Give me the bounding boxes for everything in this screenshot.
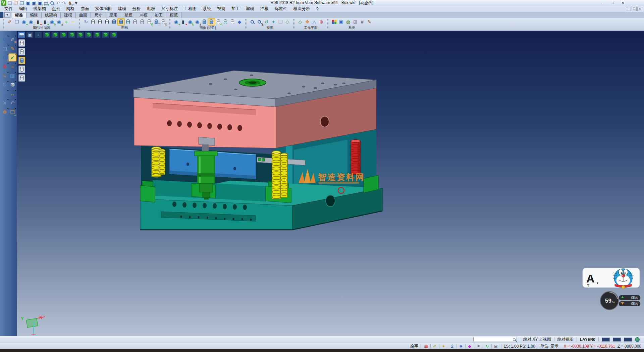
previous-view[interactable]: ↺ [263, 18, 270, 25]
hidden-dashed-mode[interactable] [104, 18, 110, 25]
tab-1[interactable]: 编辑 [26, 12, 42, 18]
view-top[interactable] [51, 32, 59, 38]
view-bottom[interactable] [93, 32, 101, 38]
grid-windows[interactable]: ▦ [9, 72, 16, 79]
context-help[interactable]: ? [1, 90, 8, 97]
status-sketcher[interactable]: ✐ [432, 343, 438, 349]
strip-hidden-line[interactable] [18, 48, 25, 55]
transparent-mode[interactable] [125, 18, 131, 25]
overlay-card[interactable]: A ▾ T [583, 268, 640, 289]
status-grid-snap[interactable]: ⊞ [493, 343, 499, 349]
adv-refresh[interactable]: ◉↻ [187, 18, 194, 25]
print-preview[interactable] [49, 0, 55, 6]
copy-attributes[interactable]: ❐ [13, 18, 20, 25]
regen-graphics[interactable]: ↻ [83, 18, 89, 25]
show-entities[interactable]: ◉+ [20, 18, 27, 25]
zoom-solid[interactable]: ± [1, 54, 8, 61]
zoom-window[interactable] [249, 18, 256, 25]
menu-item-4[interactable]: 网格 [63, 6, 78, 12]
save-as[interactable]: ▣✎ [31, 0, 37, 6]
tab-dropdown-button[interactable]: ▼ [4, 12, 10, 17]
units-label[interactable]: 单位: 毫米 [540, 343, 559, 349]
print[interactable]: ▤+ [43, 0, 49, 6]
workplane-normal[interactable]: ⊕ [318, 18, 325, 25]
strip-wireframe[interactable] [18, 39, 25, 47]
system-keypad[interactable]: # [359, 18, 366, 25]
delete-sketch[interactable]: ✐✕ [9, 36, 16, 43]
menu-item-16[interactable]: 冲模 [257, 6, 272, 12]
menu-item-7[interactable]: 建模 [115, 6, 129, 12]
system-sketch[interactable]: ✎ [366, 18, 373, 25]
tab-5[interactable]: 尺寸 [91, 12, 106, 18]
toolbar-handle-0[interactable] [3, 19, 4, 29]
guide-pillar-red[interactable] [351, 140, 360, 175]
menu-item-17[interactable]: 标准件 [272, 6, 290, 12]
undo[interactable]: ↶ [55, 0, 61, 6]
open-file[interactable]: ❒ [13, 0, 18, 6]
tab-4[interactable]: 曲面 [75, 12, 91, 18]
regen-view[interactable]: ↻ [1, 81, 8, 88]
delete-entities[interactable]: ✕ [1, 99, 8, 106]
wireframe-mode[interactable] [90, 18, 96, 25]
toolbar-handle-4[interactable] [293, 19, 294, 29]
menu-item-3[interactable]: 点云 [49, 6, 63, 12]
adv-toggle[interactable]: ◉± [194, 18, 201, 25]
filter-on[interactable]: ▮● [35, 18, 41, 25]
maximize-button[interactable]: □ [608, 0, 617, 5]
view-iso-rear[interactable] [102, 32, 109, 38]
adv-shield[interactable]: ◆ [236, 18, 243, 25]
save-file[interactable]: ▣ [25, 0, 31, 6]
tab-8[interactable]: 冲模 [136, 12, 151, 18]
view-perspective[interactable]: ◇ [284, 18, 291, 25]
sketch-curve[interactable]: ✎ [9, 45, 16, 52]
menu-item-6[interactable]: 实体编辑 [92, 6, 115, 12]
status-notes[interactable]: ▦ [423, 343, 429, 349]
return-spring-left[interactable] [152, 147, 165, 177]
minimize-button[interactable]: − [598, 0, 607, 5]
hide-entities[interactable]: ◉− [28, 18, 34, 25]
menu-item-1[interactable]: 编辑 [16, 6, 30, 12]
adv-shade-a[interactable] [201, 18, 208, 25]
measure-distance[interactable]: ↔ [9, 90, 16, 97]
add-to-view[interactable]: + [63, 18, 69, 25]
adv-shade-b[interactable] [208, 18, 215, 25]
solid-preview[interactable] [9, 81, 16, 88]
edit-curve[interactable]: ≈ [9, 63, 16, 70]
search-input[interactable] [475, 338, 513, 342]
find-entity[interactable] [1, 36, 8, 43]
system-world[interactable]: ◍ [345, 18, 352, 25]
mold-assembly-scene[interactable]: 智造资料网 Y X A ▾ T [17, 31, 644, 336]
viewport-layout[interactable]: ▣ [26, 32, 34, 38]
color-swatch-2[interactable] [613, 338, 621, 342]
child-close-button[interactable]: ✕ [637, 7, 642, 11]
qa-more[interactable]: ▾ [73, 0, 79, 6]
lock-toggle-label[interactable]: 拴牢 [410, 343, 418, 349]
system-grid[interactable]: ⊞ [352, 18, 359, 25]
view-mode-label[interactable]: 绝对 XY 上视图 [523, 337, 551, 342]
shaded-mode[interactable] [111, 18, 117, 25]
import-file[interactable]: ❐ [19, 0, 24, 6]
close-button[interactable]: ✕ [619, 0, 627, 5]
toggle-visibility[interactable]: ◉± [56, 18, 62, 25]
status-attributes[interactable]: ✦ [441, 343, 446, 349]
toolbar-handle-1[interactable] [79, 19, 80, 29]
tab-3[interactable]: 建模 [60, 12, 76, 18]
adv-transparency[interactable] [222, 18, 229, 25]
adv-show[interactable]: ◉+ [173, 18, 179, 25]
graphics-settings[interactable]: ⚙ [160, 18, 167, 25]
zoom-dynamic[interactable]: ± [256, 18, 263, 25]
confirm-selection[interactable]: ✔ [9, 54, 16, 61]
tab-2[interactable]: 线架构 [41, 12, 61, 18]
menu-item-2[interactable]: 线架构 [30, 6, 49, 12]
menu-item-10[interactable]: 尺寸标注 [158, 6, 181, 12]
view-left[interactable] [76, 32, 84, 38]
workplane-align[interactable]: ✥ [304, 18, 311, 25]
shaded-edges-mode[interactable] [118, 18, 124, 25]
strip-mesh[interactable] [18, 74, 25, 82]
adv-clip[interactable] [229, 18, 236, 25]
child-minimize-button[interactable]: − [626, 7, 631, 11]
strip-shaded[interactable] [18, 57, 25, 64]
menu-item-12[interactable]: 系统 [200, 6, 214, 12]
color-swatch-1[interactable] [602, 338, 610, 342]
menu-item-0[interactable]: 文件 [1, 6, 16, 12]
